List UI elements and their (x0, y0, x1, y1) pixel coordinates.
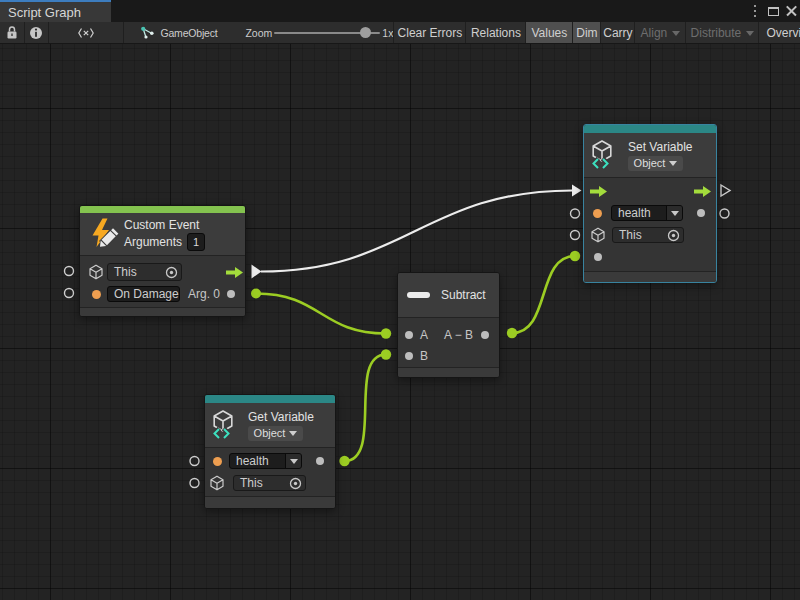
node-header: Get Variable Object (205, 403, 335, 447)
port-subtract-a-in[interactable] (381, 328, 391, 338)
target-field[interactable]: This (612, 227, 684, 243)
port-setvariable-assigned-out[interactable] (721, 185, 730, 196)
object-picker-icon[interactable] (667, 229, 680, 242)
variable-name-dropdown[interactable]: health (229, 453, 302, 469)
port-subtract-b-in[interactable] (381, 349, 391, 359)
node-set-variable[interactable]: Set Variable Object (583, 124, 717, 283)
chevron-down-icon (672, 31, 680, 36)
align-dropdown[interactable]: Align (635, 22, 686, 43)
info-icon (29, 26, 43, 40)
value-port-dot (227, 290, 235, 298)
wire-value-getvariable-to-subtract-b[interactable] (345, 355, 387, 462)
port-customevent-target-in[interactable] (65, 267, 74, 276)
node-title-block: Custom Event Arguments 1 (124, 218, 205, 251)
variable-name-dropdown[interactable]: health (611, 205, 683, 221)
close-icon (786, 6, 797, 17)
trigger-row (584, 180, 716, 202)
wire-value-arg0-to-subtract-a[interactable] (256, 294, 386, 334)
node-header: Set Variable Object (584, 133, 716, 177)
arguments-count-field[interactable]: 1 (187, 233, 205, 251)
node-get-variable[interactable]: Get Variable Object health (204, 394, 336, 509)
value-port-dot (481, 331, 489, 339)
trigger-arrow-icon (226, 267, 243, 278)
node-custom-event[interactable]: Custom Event Arguments 1 This (79, 205, 246, 317)
input-b-row: B (398, 345, 499, 366)
variable-accent-bar (584, 125, 716, 133)
port-customevent-trigger-out[interactable] (252, 265, 262, 279)
node-title-block: Get Variable Object (248, 410, 314, 441)
variable-kind-dropdown[interactable]: Object (628, 156, 683, 171)
clear-errors-button[interactable]: Clear Errors (393, 22, 466, 43)
edit-graph-button[interactable] (49, 22, 124, 43)
cube-icon (88, 264, 104, 280)
value-port-dot (594, 253, 602, 261)
node-title: Subtract (441, 288, 486, 302)
object-picker-icon[interactable] (289, 477, 302, 490)
dim-toggle[interactable]: Dim (573, 22, 601, 43)
carry-button[interactable]: Carry (601, 22, 635, 43)
lock-button[interactable] (0, 22, 25, 43)
values-toggle[interactable]: Values (526, 22, 573, 43)
relations-button[interactable]: Relations (466, 22, 526, 43)
window-menu-button[interactable] (746, 2, 764, 20)
port-customevent-name-in[interactable] (65, 289, 74, 298)
port-setvariable-name-in[interactable] (571, 209, 580, 218)
port-getvariable-target-in[interactable] (190, 479, 199, 488)
input-value-row (584, 246, 716, 268)
value-port-dot (316, 457, 324, 465)
gameobject-reference[interactable]: GameObject (140, 26, 218, 40)
zoom-slider[interactable] (274, 32, 380, 34)
tab-title: Script Graph (8, 5, 81, 20)
chevron-down-icon (669, 161, 677, 166)
chevron-down-icon (671, 211, 679, 216)
chevron-down-icon (290, 459, 298, 464)
wire-control-customevent-to-setvariable[interactable] (261, 191, 572, 272)
node-body: This On Damage Arg. 0 (80, 255, 245, 307)
kebab-menu-icon (754, 5, 756, 17)
wire-value-subtract-to-setvariable[interactable] (512, 256, 575, 333)
zoom-label: Zoom (245, 27, 272, 39)
object-picker-icon[interactable] (165, 266, 178, 279)
input-a-row: A A − B (398, 324, 499, 345)
cube-code-icon (588, 140, 616, 170)
target-field[interactable]: This (107, 263, 182, 281)
port-customevent-arg0-out[interactable] (251, 289, 261, 299)
target-row: This (584, 224, 716, 246)
node-header: Subtract (398, 273, 499, 317)
tab-bar: Script Graph (0, 0, 800, 22)
dropdown-caret-button[interactable] (666, 206, 682, 220)
port-getvariable-name-in[interactable] (190, 457, 199, 466)
overview-button[interactable]: Overview (759, 22, 800, 43)
node-title: Custom Event (124, 218, 205, 232)
distribute-dropdown[interactable]: Distribute (686, 22, 759, 43)
target-field[interactable]: This (233, 475, 306, 491)
zoom-value: 1x (382, 27, 393, 39)
event-name-field[interactable]: On Damage (107, 286, 180, 302)
variable-kind-dropdown[interactable]: Object (248, 426, 303, 441)
close-button[interactable] (782, 2, 800, 20)
dropdown-caret-button[interactable] (285, 454, 301, 468)
maximize-button[interactable] (764, 2, 782, 20)
port-setvariable-target-in[interactable] (571, 231, 580, 240)
variable-accent-bar (205, 395, 335, 403)
input-b-label: B (420, 349, 428, 363)
node-footer (80, 307, 245, 316)
code-brackets-icon (78, 28, 94, 38)
port-getvariable-value-out[interactable] (339, 456, 349, 466)
port-subtract-result-out[interactable] (507, 328, 517, 338)
port-setvariable-value-in[interactable] (570, 251, 580, 261)
graph-canvas[interactable]: Custom Event Arguments 1 This (0, 44, 800, 600)
info-button[interactable] (25, 22, 50, 43)
event-accent-bar (80, 206, 245, 213)
zoom-slider-thumb[interactable] (360, 27, 371, 38)
node-body: health This (584, 177, 716, 271)
cube-icon (209, 475, 225, 491)
string-port-dot (593, 209, 602, 218)
node-body: health This (205, 447, 335, 496)
arg-output-label: Arg. 0 (188, 287, 220, 301)
port-setvariable-value-out[interactable] (720, 209, 729, 218)
tab-script-graph[interactable]: Script Graph (0, 0, 111, 22)
lock-icon (6, 26, 18, 39)
port-setvariable-assign-in[interactable] (572, 185, 582, 197)
node-subtract[interactable]: Subtract A A − B B (397, 272, 500, 378)
